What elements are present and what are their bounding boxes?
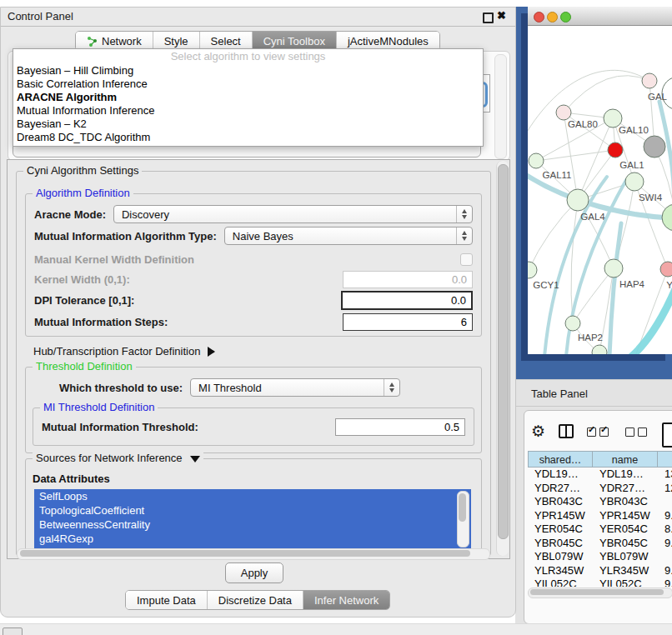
scrollbar-thumb[interactable]	[498, 164, 509, 539]
select-all-icon[interactable]	[587, 425, 612, 438]
algorithm-option[interactable]: ARACNE Algorithm	[13, 91, 483, 104]
float-window-icon[interactable]	[483, 12, 494, 23]
mi-threshold-definition-group: MI Threshold Definition Mutual Informati…	[33, 408, 474, 446]
apply-button[interactable]: Apply	[225, 562, 283, 583]
settings-vertical-scrollbar[interactable]	[496, 161, 509, 556]
network-overview-window[interactable]: GALGAL80GAL10GAL1GAL11GAL4SWI4GCY1HAP4YH…	[528, 7, 672, 354]
network-node[interactable]	[565, 316, 580, 331]
split-columns-icon[interactable]	[559, 424, 574, 438]
network-node[interactable]	[528, 262, 537, 278]
zoom-traffic-light-icon[interactable]	[560, 12, 571, 22]
network-node-label: GAL80	[568, 119, 598, 129]
network-node-label: HAP2	[578, 332, 603, 342]
network-node[interactable]	[529, 153, 544, 168]
scrollbar-thumb[interactable]	[459, 493, 466, 522]
deselect-all-icon[interactable]	[625, 425, 650, 438]
control-panel-header: Control Panel ✖	[1, 8, 515, 27]
tab-cyni-toolbox[interactable]: Cyni Toolbox	[252, 32, 336, 50]
tab-discretize-data[interactable]: Discretize Data	[207, 591, 303, 609]
table-cell: YDL19…	[528, 468, 593, 482]
table-row[interactable]: YBL079WYBL079W	[528, 550, 672, 564]
document-icon[interactable]	[662, 422, 672, 448]
attribute-item[interactable]: gal4RGexp	[34, 532, 471, 546]
dpi-tolerance-field[interactable]: 0.0	[341, 291, 473, 310]
table-row[interactable]: YIL052CYIL052C9.	[528, 578, 672, 587]
mi-steps-field[interactable]: 6	[343, 313, 473, 331]
hub-tf-definition-expander[interactable]: Hub/Transcription Factor Definition	[33, 345, 215, 358]
network-node[interactable]	[604, 259, 623, 278]
group-title: Algorithm Definition	[33, 187, 133, 199]
minimize-traffic-light-icon[interactable]	[547, 12, 558, 22]
table-row[interactable]: YPR145WYPR145W9.	[528, 509, 672, 523]
attribute-item[interactable]: BetweennessCentrality	[34, 518, 471, 532]
tab-label: Style	[164, 35, 188, 48]
column-header[interactable]	[658, 451, 672, 468]
network-node[interactable]	[556, 105, 571, 120]
scrollbar-thumb[interactable]	[530, 589, 664, 595]
network-node[interactable]	[567, 189, 589, 211]
scrollbar-thumb[interactable]	[20, 550, 470, 557]
close-panel-icon[interactable]: ✖	[497, 9, 506, 22]
table-horizontal-scrollbar[interactable]	[528, 588, 672, 598]
network-node[interactable]	[642, 73, 657, 88]
algorithm-option[interactable]: Dream8 DC_TDC Algorithm	[13, 131, 483, 144]
stepper-icon	[384, 379, 399, 396]
network-node[interactable]	[644, 136, 665, 158]
network-window-titlebar[interactable]	[528, 7, 672, 26]
kernel-width-field[interactable]: 0.0	[343, 271, 473, 288]
tab-impute-data[interactable]: Impute Data	[126, 591, 207, 609]
settings-gear-icon[interactable]: ⚙	[531, 423, 545, 439]
tab-label: Impute Data	[137, 594, 196, 607]
selected-value: Naive Bayes	[233, 230, 293, 242]
tab-jactivemnodules[interactable]: jActiveMNodules	[336, 32, 439, 50]
which-threshold-select[interactable]: MI Threshold	[190, 378, 400, 397]
tab-label: Cyni Toolbox	[263, 35, 325, 48]
table-row[interactable]: YDL19…YDL19…13	[528, 468, 672, 482]
expanded-arrow-icon	[190, 456, 200, 462]
close-traffic-light-icon[interactable]	[534, 12, 544, 22]
tab-infer-network[interactable]: Infer Network	[303, 591, 389, 609]
listbox-scrollbar[interactable]	[457, 491, 469, 548]
tab-network[interactable]: Network	[76, 32, 153, 50]
network-node[interactable]	[660, 262, 672, 277]
network-node-label: GAL11	[543, 170, 572, 180]
table-header-row[interactable]: shared…name	[528, 451, 672, 468]
algorithm-option[interactable]: Bayesian – K2	[13, 118, 483, 131]
table-row[interactable]: YDR27…YDR27…12	[528, 482, 672, 496]
status-bar-icon[interactable]	[3, 628, 23, 635]
mi-threshold-field[interactable]: 0.5	[335, 418, 465, 436]
tab-select[interactable]: Select	[199, 32, 252, 50]
aracne-mode-select[interactable]: Discovery	[113, 205, 473, 223]
table-cell	[658, 495, 672, 509]
tab-style[interactable]: Style	[153, 32, 199, 50]
column-header[interactable]: name	[593, 451, 658, 468]
table-row[interactable]: YER054CYER054C8.	[528, 522, 672, 537]
scrollbar-track[interactable]	[494, 54, 507, 159]
attribute-item[interactable]: TopologicalCoefficient	[34, 503, 471, 518]
table-row[interactable]: YBR045CYBR045C9.	[528, 537, 672, 551]
manual-kernel-width-checkbox[interactable]	[460, 253, 473, 266]
network-node-label: SWI4	[639, 192, 663, 202]
sources-expander[interactable]: Sources for Network Inference	[33, 452, 203, 464]
network-node[interactable]	[592, 345, 607, 354]
algorithm-option[interactable]: Bayesian – Hill Climbing	[13, 64, 483, 78]
table-row[interactable]: YBR043CYBR043C	[528, 495, 672, 509]
settings-horizontal-scrollbar[interactable]	[17, 548, 490, 560]
table-body[interactable]: YDL19…YDL19…13YDR27…YDR27…12YBR043CYBR04…	[528, 468, 672, 587]
algorithm-option[interactable]: Mutual Information Inference	[13, 104, 483, 118]
network-graph[interactable]: GALGAL80GAL10GAL1GAL11GAL4SWI4GCY1HAP4YH…	[528, 25, 672, 354]
data-attributes-listbox[interactable]: SelfLoopsTopologicalCoefficientBetweenne…	[34, 489, 471, 549]
table-cell: 8.	[658, 522, 672, 537]
mi-algorithm-type-select[interactable]: Naive Bayes	[224, 227, 473, 245]
column-header[interactable]: shared…	[528, 451, 593, 468]
data-attributes-label: Data Attributes	[33, 472, 110, 485]
table-row[interactable]: YLR345WYLR345W9.	[528, 564, 672, 578]
network-node[interactable]	[608, 142, 623, 158]
network-node[interactable]	[625, 172, 644, 191]
status-bar	[0, 623, 672, 635]
network-node[interactable]	[662, 204, 672, 231]
algorithm-option-list[interactable]: Bayesian – Hill ClimbingBasic Correlatio…	[13, 64, 483, 144]
node-table[interactable]: shared…name YDL19…YDL19…13YDR27…YDR27…12…	[528, 451, 672, 587]
attribute-item[interactable]: SelfLoops	[34, 489, 471, 503]
algorithm-option[interactable]: Basic Correlation Inference	[13, 78, 483, 91]
